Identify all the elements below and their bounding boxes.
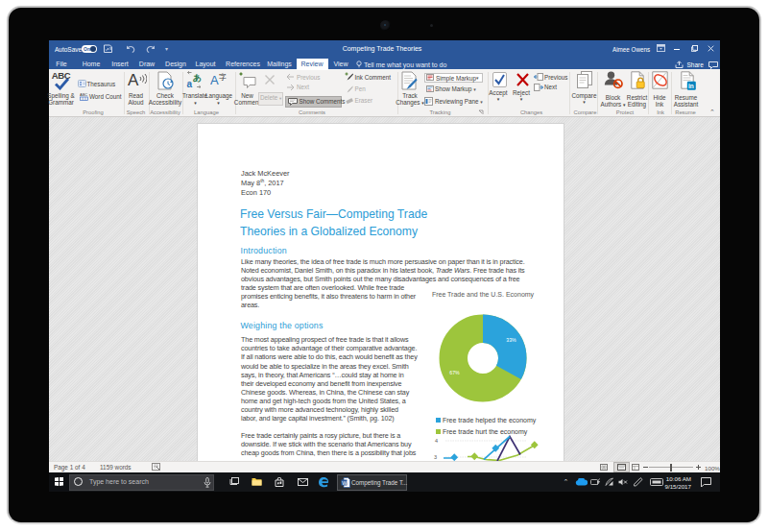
svg-text:a: a	[187, 79, 193, 89]
svg-text:ABC: ABC	[80, 92, 87, 97]
svg-text:A: A	[210, 73, 219, 87]
svg-text:あ: あ	[193, 73, 202, 83]
svg-text:W: W	[342, 479, 348, 485]
svg-text:in: in	[688, 83, 694, 89]
svg-text:字: 字	[219, 73, 227, 82]
